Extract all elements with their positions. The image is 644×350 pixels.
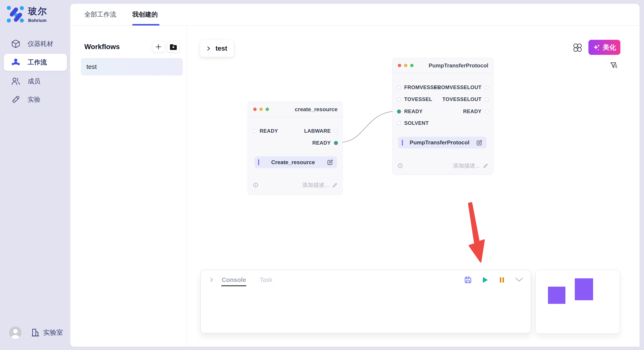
node-action-pill[interactable]: Create_resource bbox=[254, 156, 337, 168]
traffic-light-yellow bbox=[260, 108, 263, 111]
workflow-canvas[interactable]: test 美化 bbox=[187, 26, 640, 347]
members-icon bbox=[11, 77, 20, 86]
import-folder-button[interactable] bbox=[167, 41, 180, 52]
pause-icon[interactable] bbox=[498, 276, 506, 284]
add-workflow-button[interactable] bbox=[152, 41, 164, 52]
edit-icon[interactable] bbox=[476, 140, 482, 146]
brand-name-zh: 玻尔 bbox=[28, 5, 47, 17]
workflow-team-icon bbox=[11, 58, 20, 67]
console-panel: Console Task bbox=[200, 270, 531, 333]
tab-my-created[interactable]: 我创建的 bbox=[132, 4, 158, 25]
info-icon[interactable] bbox=[253, 183, 258, 187]
user-avatar[interactable] bbox=[9, 326, 22, 339]
sidebar-item-label: 仪器耗材 bbox=[28, 39, 53, 48]
workflow-list-title: Workflows bbox=[84, 43, 150, 51]
minimap[interactable] bbox=[535, 270, 620, 334]
workflow-list-header: Workflows bbox=[84, 41, 180, 52]
description-placeholder[interactable]: 添加描述... bbox=[302, 181, 329, 189]
node-pump-transfer-protocol[interactable]: PumpTransferProtocol FROMVESSEL TOVESSEL… bbox=[392, 58, 493, 174]
test-tube-icon bbox=[11, 95, 20, 104]
filter-icon[interactable] bbox=[610, 61, 618, 70]
tab-console[interactable]: Console bbox=[222, 276, 246, 283]
port-circle-connected[interactable] bbox=[397, 110, 401, 114]
pencil-icon[interactable] bbox=[483, 163, 488, 169]
output-port-ready[interactable]: READY bbox=[312, 140, 338, 146]
chevron-right-icon bbox=[206, 46, 211, 51]
brand-logo: 玻尔 Bohrium bbox=[6, 5, 47, 23]
pencil-icon[interactable] bbox=[332, 182, 338, 188]
node-action-pill[interactable]: PumpTransferProtocol bbox=[398, 137, 486, 149]
node-title: PumpTransferProtocol bbox=[414, 62, 488, 69]
output-port-labware[interactable]: LABWARE bbox=[304, 128, 338, 134]
workflow-list-item-test[interactable]: test bbox=[81, 58, 183, 75]
package-icon bbox=[11, 39, 20, 48]
port-circle[interactable] bbox=[485, 85, 489, 90]
input-port-tovessel[interactable]: TOVESSEL bbox=[397, 97, 432, 102]
minimap-node-create-resource bbox=[548, 287, 566, 304]
port-circle[interactable] bbox=[397, 121, 401, 125]
folder-download-icon bbox=[170, 44, 177, 50]
input-port-ready[interactable]: READY bbox=[252, 128, 278, 134]
workflow-item-name: test bbox=[86, 63, 97, 70]
port-circle[interactable] bbox=[334, 129, 338, 133]
node-footer: 添加描述... bbox=[253, 181, 338, 189]
workspace-label: 实验室 bbox=[43, 328, 63, 337]
sidebar-item-members[interactable]: 成员 bbox=[4, 73, 67, 90]
sidebar-item-label: 实验 bbox=[28, 95, 40, 104]
beautify-button[interactable]: 美化 bbox=[588, 40, 620, 55]
node-create-resource[interactable]: create_resource READY LABWARE READY Crea… bbox=[248, 102, 342, 194]
sidebar-item-workflow[interactable]: 工作流 bbox=[4, 54, 67, 71]
traffic-light-green bbox=[410, 64, 414, 67]
input-port-ready[interactable]: READY bbox=[397, 109, 423, 114]
port-circle[interactable] bbox=[485, 97, 489, 101]
sidebar-footer: 实验室 bbox=[9, 326, 63, 339]
port-circle[interactable] bbox=[397, 85, 401, 90]
breadcrumb[interactable]: test bbox=[200, 40, 234, 57]
run-play-icon[interactable] bbox=[481, 276, 489, 284]
description-placeholder[interactable]: 添加描述... bbox=[453, 162, 480, 170]
traffic-light-yellow bbox=[404, 64, 408, 67]
output-port-fromvesselout[interactable]: FROMVESSELOUT bbox=[434, 85, 489, 90]
edit-icon[interactable] bbox=[327, 159, 333, 166]
port-circle[interactable] bbox=[252, 129, 256, 133]
chevron-down-icon[interactable] bbox=[515, 277, 524, 283]
sidebar-item-instruments[interactable]: 仪器耗材 bbox=[4, 35, 67, 52]
output-port-tovesselout[interactable]: TOVESSELOUT bbox=[442, 97, 489, 102]
workspace-switcher[interactable]: 实验室 bbox=[31, 328, 63, 337]
console-actions bbox=[464, 276, 524, 284]
active-tab-indicator bbox=[132, 24, 160, 25]
port-circle[interactable] bbox=[485, 110, 489, 114]
minimap-node-pump-transfer bbox=[575, 278, 593, 300]
traffic-light-red bbox=[253, 108, 256, 111]
person-silhouette-icon bbox=[9, 326, 22, 339]
traffic-light-red bbox=[398, 64, 401, 67]
sparkles-icon bbox=[593, 44, 600, 51]
output-port-ready[interactable]: READY bbox=[463, 109, 489, 114]
brand-name-en: Bohrium bbox=[28, 18, 47, 23]
workflow-list-panel: Workflows test bbox=[70, 26, 187, 347]
save-icon[interactable] bbox=[464, 276, 472, 284]
bohrium-logo-icon bbox=[6, 5, 24, 23]
node-header[interactable]: PumpTransferProtocol bbox=[393, 58, 493, 73]
sidebar-item-label: 成员 bbox=[28, 77, 40, 86]
port-circle-connected[interactable] bbox=[334, 141, 338, 145]
tab-task[interactable]: Task bbox=[260, 276, 272, 283]
components-icon[interactable] bbox=[572, 42, 583, 53]
node-footer: 添加描述... bbox=[398, 162, 488, 170]
traffic-light-green bbox=[266, 108, 269, 111]
input-port-solvent[interactable]: SOLVENT bbox=[397, 120, 429, 126]
node-header[interactable]: create_resource bbox=[248, 102, 342, 117]
main-content: 全部工作流 我创建的 Workflows test bbox=[70, 4, 640, 347]
info-icon[interactable] bbox=[398, 163, 403, 168]
tab-all-workflows[interactable]: 全部工作流 bbox=[84, 4, 116, 25]
port-circle[interactable] bbox=[397, 97, 401, 101]
sidebar: 玻尔 Bohrium 仪器耗材 工作流 成员 bbox=[0, 0, 70, 350]
breadcrumb-label: test bbox=[216, 45, 227, 52]
node-title: create_resource bbox=[269, 106, 338, 113]
collapse-chevron-icon[interactable] bbox=[209, 277, 214, 283]
sidebar-item-label: 工作流 bbox=[28, 58, 47, 67]
console-header: Console Task bbox=[209, 275, 524, 285]
sidebar-item-experiments[interactable]: 实验 bbox=[4, 91, 67, 108]
workflow-tabbar: 全部工作流 我创建的 bbox=[70, 4, 640, 26]
building-icon bbox=[31, 328, 40, 337]
